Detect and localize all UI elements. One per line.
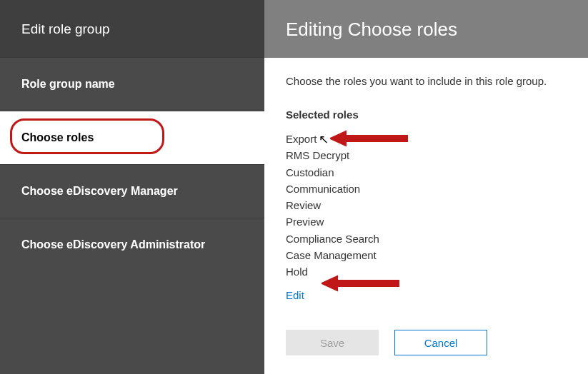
selected-roles-heading: Selected roles	[286, 108, 567, 121]
save-button[interactable]: Save	[286, 330, 379, 355]
role-item: RMS Decrypt	[286, 147, 567, 163]
main-body: Choose the roles you want to include in …	[264, 58, 588, 321]
role-item: Preview	[286, 213, 567, 230]
page-title: Editing Choose roles	[264, 0, 588, 58]
role-item: Review	[286, 197, 567, 213]
main-pane: Editing Choose roles Choose the roles yo…	[264, 0, 588, 374]
step-choose-ediscovery-administrator[interactable]: Choose eDiscovery Administrator	[0, 218, 264, 271]
cancel-button[interactable]: Cancel	[394, 330, 487, 355]
edit-roles-link[interactable]: Edit	[286, 287, 304, 303]
page-description: Choose the roles you want to include in …	[286, 75, 567, 87]
step-label: Choose eDiscovery Administrator	[21, 238, 205, 251]
sidebar-filler	[0, 271, 264, 374]
step-label: Choose eDiscovery Manager	[21, 185, 178, 197]
step-choose-ediscovery-manager[interactable]: Choose eDiscovery Manager	[0, 164, 264, 218]
role-item: Export	[286, 131, 567, 147]
dialog-footer: Save Cancel	[264, 321, 588, 374]
step-role-group-name[interactable]: Role group name	[0, 57, 264, 111]
role-item: Hold	[286, 263, 567, 280]
role-item: Compliance Search	[286, 231, 567, 247]
wizard-steps: Role group name Choose roles Choose eDis…	[0, 57, 264, 271]
role-item: Communication	[286, 181, 567, 197]
save-button-label: Save	[320, 337, 344, 349]
selected-roles-list: Export RMS Decrypt Custodian Communicati…	[286, 131, 567, 304]
role-item: Custodian	[286, 164, 567, 181]
step-label: Choose roles	[21, 131, 94, 143]
cancel-button-label: Cancel	[424, 337, 458, 349]
wizard-sidebar: Edit role group Role group name Choose r…	[0, 0, 264, 374]
sidebar-title: Edit role group	[0, 0, 264, 57]
role-item: Case Management	[286, 247, 567, 263]
step-label: Role group name	[21, 78, 115, 90]
step-choose-roles[interactable]: Choose roles	[0, 111, 264, 164]
